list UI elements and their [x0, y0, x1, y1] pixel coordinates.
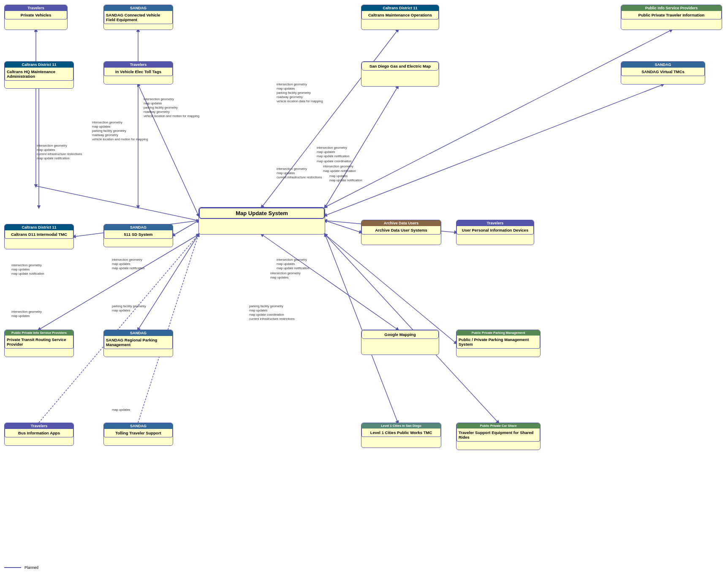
node-bus-info-apps: Travelers Bus Information Apps: [4, 423, 74, 446]
label-map-updates-6: map updates: [11, 268, 30, 271]
label-map-update-notif-15b: map update notification: [329, 178, 362, 182]
node-body-user-personal: User Personal Information Devices: [456, 226, 534, 235]
node-header-archive-data: Archive Data Users: [361, 220, 441, 226]
label-intersection-geometry-15: intersection geometry: [323, 164, 353, 168]
node-body-public-private-info: Public Private Traveler Information: [621, 11, 722, 19]
label-map-updates-2: map updates: [92, 125, 110, 128]
node-body-archive-data: Archive Data User Systems: [361, 226, 441, 235]
label-map-updates-3: map updates: [144, 101, 162, 105]
node-public-private-info: Public Info Service Providers Public Pri…: [621, 5, 722, 30]
label-map-updates-10: map updates: [11, 314, 30, 318]
label-map-updates-9: map updates: [112, 308, 130, 312]
node-header-caltrans-hq: Caltrans District 11: [5, 62, 73, 68]
label-intersection-geometry-5: intersection geometry: [112, 258, 142, 262]
diagram-container: intersection geometry map updates curren…: [0, 0, 728, 576]
label-vehicle-location-3: vehicle location and motion for mapping: [144, 114, 199, 118]
label-map-update-notif-1: map update notification: [37, 156, 70, 160]
label-intersection-geometry-14: intersection geometry: [317, 146, 347, 150]
label-intersection-geometry-13: intersection geometry: [277, 82, 307, 86]
node-header-sandag-parking: SANDAG: [104, 330, 173, 336]
label-parking-facility-2: parking facility geometry: [92, 129, 126, 133]
label-intersection-geometry-1: intersection geometry: [37, 144, 67, 147]
node-body-san-diego-gas: San Diego Gas and Electric Map: [361, 62, 439, 71]
node-header-travelers-private-vehicles: Travelers: [5, 5, 67, 11]
label-intersection-geometry-3: intersection geometry: [144, 97, 174, 101]
label-intersection-geometry-7: intersection geometry: [277, 258, 307, 262]
label-map-updates-4: map updates: [277, 171, 295, 175]
node-header-traveler-support-shared: Public Private Car Share: [456, 423, 540, 429]
svg-line-18: [138, 235, 198, 423]
node-body-level1-cities: Level 1 Cities Public Works TMC: [361, 429, 441, 437]
node-body-caltrans-hq: Caltrans HQ Maintenance Administration: [5, 68, 73, 81]
node-sandag-regional-parking: SANDAG SANDAG Regional Parking Managemen…: [103, 330, 173, 357]
node-body-public-private-parking: Public / Private Parking Management Syst…: [456, 336, 540, 349]
node-body-sandag-tolling: Tolling Traveler Support: [104, 429, 173, 437]
node-body-sandag-parking: SANDAG Regional Parking Management: [104, 336, 173, 349]
node-header-level1-cities: Level 1 Cities in San Diego: [361, 423, 441, 429]
label-intersection-geometry-10: intersection geometry: [11, 310, 42, 314]
label-map-updates-8: map updates: [270, 276, 288, 279]
legend-planned-label: Planned: [24, 565, 38, 570]
svg-line-14: [325, 235, 456, 343]
node-body-private-transit: Private Transit Routing Service Provider: [5, 336, 73, 349]
svg-line-1: [36, 186, 198, 221]
node-body-sandag-511: 511 SD System: [104, 230, 173, 239]
label-map-updates-12: map updates: [112, 408, 130, 412]
node-header-caltrans-district11: Caltrans District 11: [361, 5, 439, 11]
label-intersection-geometry-2: intersection geometry: [92, 120, 122, 124]
node-header-sandag-tolling: SANDAG: [104, 423, 173, 429]
label-parking-facility-13: parking facility geometry: [277, 91, 311, 95]
label-roadway-geometry-13: roadway geometry: [277, 95, 303, 99]
label-map-updates-13: map updates: [277, 87, 295, 90]
node-header-caltrans-d11-tmc: Caltrans District 11: [5, 224, 73, 230]
label-roadway-geometry-3: roadway geometry: [144, 110, 170, 114]
node-sandag-virtual-tmcs: SANDAG SANDAG Virtual TMCs: [621, 61, 705, 85]
svg-line-4: [325, 30, 671, 207]
node-caltrans-d11-tmc: Caltrans District 11 Caltrans D11 Interm…: [4, 224, 74, 249]
node-travelers-private-vehicles: Travelers Private Vehicles: [4, 5, 68, 30]
node-body-map-update-system: Map Update System: [199, 207, 325, 219]
label-map-update-notif-14: map update notification: [317, 154, 350, 158]
label-map-update-notif-15: map update notification: [323, 169, 356, 173]
label-map-update-coord-11: map update coordination: [249, 313, 284, 317]
label-map-updates-5: map updates: [112, 262, 130, 266]
label-map-update-coord-14: map update coordination: [317, 159, 352, 163]
label-vehicle-location-13: vehicle location data for mapping: [277, 99, 323, 103]
node-sandag-tolling: SANDAG Tolling Traveler Support: [103, 423, 173, 446]
label-map-update-notif-7: map update notification: [277, 266, 310, 270]
legend: Planned: [4, 565, 38, 570]
node-header-sandag-connected: SANDAG: [104, 5, 173, 11]
node-header-in-vehicle: Travelers: [104, 62, 173, 68]
node-body-traveler-support-shared: Traveler Support Equipment for Shared Ri…: [456, 429, 540, 442]
label-map-updates-14: map updates: [317, 150, 335, 154]
legend-planned-line: [4, 567, 21, 568]
label-current-infra-1: current infrastructure restrictions: [37, 152, 82, 156]
node-public-private-parking: Public Private Parking Management Public…: [456, 330, 541, 357]
node-body-travelers-private-vehicles: Private Vehicles: [5, 11, 67, 19]
svg-line-19: [325, 235, 398, 423]
node-traveler-support-shared: Public Private Car Share Traveler Suppor…: [456, 423, 541, 450]
node-header-private-transit: Public Private Info Service Providers: [5, 330, 73, 336]
label-map-updates-7: map updates: [277, 262, 295, 266]
node-user-personal-devices: Travelers User Personal Information Devi…: [456, 220, 534, 245]
svg-line-8: [325, 85, 663, 216]
label-map-updates-11: map updates: [249, 308, 267, 312]
node-body-google-mapping: Google Mapping: [361, 330, 439, 339]
node-archive-data-users: Archive Data Users Archive Data User Sys…: [361, 220, 441, 245]
node-body-caltrans-d11-tmc: Caltrans D11 Intermodal TMC: [5, 230, 73, 239]
label-current-infra-4: current infrastructure restrictions: [277, 175, 322, 179]
label-map-updates-15b: map updates: [329, 174, 348, 178]
node-body-in-vehicle: In Vehicle Elec Toll Tags: [104, 68, 173, 76]
label-map-update-notif-6: map update notification: [11, 272, 44, 276]
node-header-bus-info: Travelers: [5, 423, 73, 429]
label-intersection-geometry-4: intersection geometry: [277, 167, 307, 171]
svg-line-16: [138, 235, 198, 330]
label-parking-facility-3: parking facility geometry: [144, 106, 178, 109]
label-intersection-geometry-8: intersection geometry: [270, 271, 301, 275]
label-current-infra-11: current infrastructure restrictions: [249, 317, 295, 321]
svg-line-10: [173, 221, 198, 235]
node-header-public-private-info: Public Info Service Providers: [621, 5, 722, 11]
node-body-bus-info: Bus Information Apps: [5, 429, 73, 437]
node-sandag-connected-vehicle: SANDAG SANDAG Connected Vehicle Field Eq…: [103, 5, 173, 30]
node-caltrans-hq: Caltrans District 11 Caltrans HQ Mainten…: [4, 61, 74, 89]
